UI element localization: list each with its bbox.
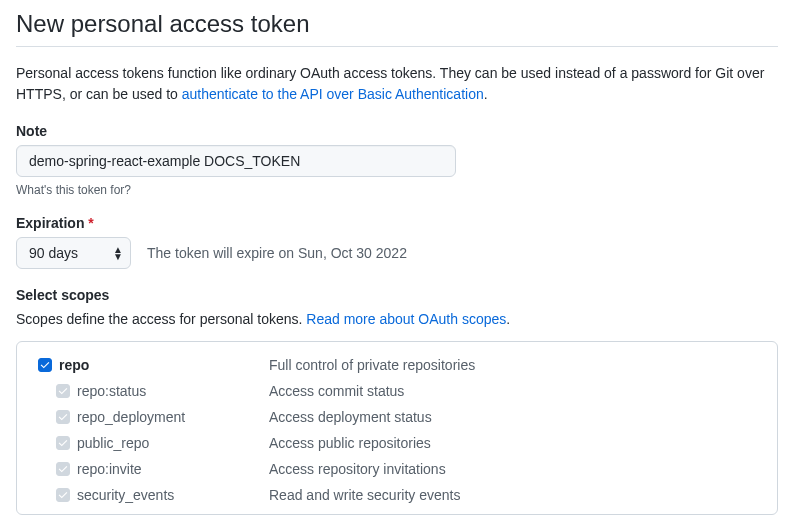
- scopes-title: Select scopes: [16, 287, 778, 303]
- note-input[interactable]: [16, 145, 456, 177]
- scope-name: repo:invite: [77, 461, 269, 477]
- expiration-note: The token will expire on Sun, Oct 30 202…: [147, 245, 407, 261]
- note-hint: What's this token for?: [16, 183, 778, 197]
- scope-checkbox: [56, 488, 70, 502]
- scope-desc: Full control of private repositories: [269, 357, 763, 373]
- scope-checkbox: [56, 384, 70, 398]
- scope-checkbox: [56, 462, 70, 476]
- required-marker: *: [88, 215, 93, 231]
- intro-suffix: .: [484, 86, 488, 102]
- scope-name: repo:status: [77, 383, 269, 399]
- scope-desc: Access repository invitations: [269, 461, 763, 477]
- scope-row-repo-invite: repo:inviteAccess repository invitations: [31, 456, 763, 482]
- scope-name: public_repo: [77, 435, 269, 451]
- scopes-desc-prefix: Scopes define the access for personal to…: [16, 311, 306, 327]
- scope-name: security_events: [77, 487, 269, 503]
- note-label: Note: [16, 123, 778, 139]
- scopes-box: repoFull control of private repositories…: [16, 341, 778, 515]
- scope-row-public-repo: public_repoAccess public repositories: [31, 430, 763, 456]
- expiration-label-text: Expiration: [16, 215, 84, 231]
- scope-desc: Access public repositories: [269, 435, 763, 451]
- scope-desc: Access commit status: [269, 383, 763, 399]
- scope-row-repo-status: repo:statusAccess commit status: [31, 378, 763, 404]
- scope-name: repo_deployment: [77, 409, 269, 425]
- scope-checkbox[interactable]: [38, 358, 52, 372]
- scopes-desc: Scopes define the access for personal to…: [16, 311, 778, 327]
- scopes-link[interactable]: Read more about OAuth scopes: [306, 311, 506, 327]
- intro-auth-link[interactable]: authenticate to the API over Basic Authe…: [182, 86, 484, 102]
- expiration-select[interactable]: 90 days: [16, 237, 131, 269]
- scope-checkbox: [56, 410, 70, 424]
- scope-row-security-events: security_eventsRead and write security e…: [31, 482, 763, 508]
- intro-text: Personal access tokens function like ord…: [16, 63, 778, 105]
- scope-row-repo-deployment: repo_deploymentAccess deployment status: [31, 404, 763, 430]
- scope-desc: Access deployment status: [269, 409, 763, 425]
- scope-desc: Read and write security events: [269, 487, 763, 503]
- page-title: New personal access token: [16, 10, 778, 47]
- expiration-label: Expiration *: [16, 215, 778, 231]
- scopes-link-suffix: .: [506, 311, 510, 327]
- scope-checkbox: [56, 436, 70, 450]
- scope-name[interactable]: repo: [59, 357, 269, 373]
- scope-row-repo: repoFull control of private repositories: [31, 352, 763, 378]
